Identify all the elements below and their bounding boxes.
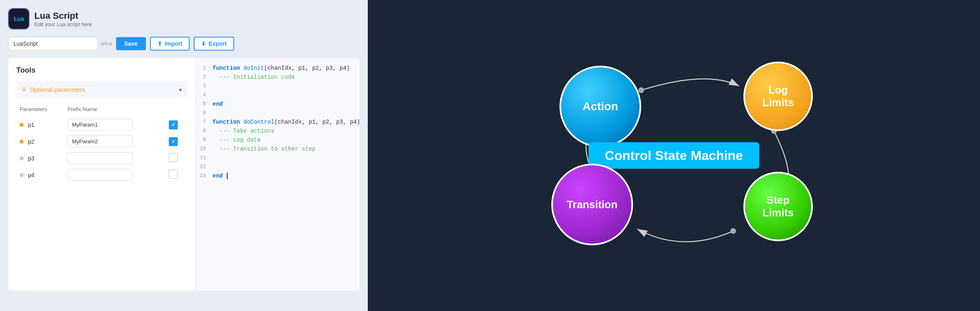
param-input-p4[interactable] bbox=[67, 169, 133, 181]
line-number-3: 3 bbox=[196, 83, 213, 89]
col-param-header: Parameters bbox=[16, 104, 64, 116]
optional-params-toggle[interactable]: ≡ Optional parameters ▾ bbox=[16, 81, 188, 98]
code-line-5: 5 end bbox=[196, 100, 360, 109]
line-number-1: 1 bbox=[196, 65, 213, 71]
line-number-13: 13 bbox=[196, 173, 213, 179]
param-checkbox-p1[interactable] bbox=[169, 120, 178, 129]
param-checkbox-cell-p1[interactable] bbox=[166, 116, 188, 133]
param-row-p1: p1 bbox=[16, 116, 188, 133]
code-line-7: 7 function doControl(chanIdx, p1, p2, p3… bbox=[196, 118, 360, 127]
param-input-cell-p2[interactable] bbox=[64, 133, 166, 150]
line-number-9: 9 bbox=[196, 137, 213, 143]
export-button[interactable]: ⬇ Export bbox=[194, 37, 234, 51]
tools-title: Tools bbox=[16, 66, 188, 75]
optional-params-text: Optional parameters bbox=[30, 86, 85, 93]
code-line-6: 6 bbox=[196, 109, 360, 118]
transition-node: Transition bbox=[551, 164, 633, 245]
code-line-2: 2 --- Initialiation code bbox=[196, 73, 360, 82]
app-subtitle: Edit your Lua script here bbox=[34, 21, 92, 27]
left-panel: Lua Lua Script Edit your Lua script here… bbox=[0, 0, 368, 311]
line-number-11: 11 bbox=[196, 155, 213, 161]
param-checkbox-cell-p4[interactable] bbox=[166, 167, 188, 183]
diagram-container: Action LogLimits Control State Machine T… bbox=[510, 53, 837, 258]
log-label: LogLimits bbox=[763, 84, 794, 109]
code-line-12: 12 bbox=[196, 163, 360, 172]
list-icon: ≡ bbox=[22, 85, 27, 94]
code-line-1: 1 function doInit(chanIdx, p1, p2, p3, p… bbox=[196, 64, 360, 73]
main-content: Tools ≡ Optional parameters ▾ Parameters… bbox=[8, 58, 360, 291]
param-checkbox-cell-p3[interactable] bbox=[166, 150, 188, 167]
param-input-p1[interactable] bbox=[67, 119, 133, 131]
code-editor[interactable]: 1 function doInit(chanIdx, p1, p2, p3, p… bbox=[196, 58, 360, 291]
logo-text: Lua bbox=[14, 16, 24, 22]
code-line-11: 11 bbox=[196, 154, 360, 163]
right-panel: Action LogLimits Control State Machine T… bbox=[368, 0, 980, 311]
param-row-p4: p4 bbox=[16, 167, 188, 183]
code-line-13: 13 end bbox=[196, 172, 360, 181]
code-line-8: 8 --- Take actions bbox=[196, 127, 360, 136]
optional-params-label: ≡ Optional parameters bbox=[22, 85, 85, 94]
code-line-3: 3 bbox=[196, 82, 360, 91]
param-input-p3[interactable] bbox=[67, 152, 133, 164]
param-id-p1: p1 bbox=[16, 116, 64, 133]
param-row-p3: p3 bbox=[16, 150, 188, 167]
import-button[interactable]: ⬆ Import bbox=[150, 37, 190, 51]
control-state-machine-label: Control State Machine bbox=[588, 142, 759, 169]
code-line-4: 4 bbox=[196, 91, 360, 100]
svg-point-4 bbox=[730, 228, 736, 234]
app-title: Lua Script bbox=[34, 11, 92, 21]
header-text: Lua Script Edit your Lua script here bbox=[34, 11, 92, 27]
param-checkbox-cell-p2[interactable] bbox=[166, 133, 188, 150]
line-number-8: 8 bbox=[196, 128, 213, 134]
save-button[interactable]: Save bbox=[116, 37, 146, 50]
step-node: StepLimits bbox=[743, 172, 813, 241]
line-number-2: 2 bbox=[196, 74, 213, 80]
svg-point-2 bbox=[638, 87, 644, 93]
line-number-12: 12 bbox=[196, 164, 213, 170]
action-label: Action bbox=[582, 100, 618, 113]
log-node: LogLimits bbox=[743, 62, 813, 131]
param-id-p2: p2 bbox=[16, 133, 64, 150]
export-label: Export bbox=[208, 40, 226, 47]
line-number-4: 4 bbox=[196, 92, 213, 98]
param-checkbox-p4[interactable] bbox=[169, 170, 178, 179]
col-prefix-header: Prefix-Name bbox=[64, 104, 166, 116]
code-line-10: 10 --- Transition to other step bbox=[196, 145, 360, 154]
line-number-6: 6 bbox=[196, 110, 213, 116]
param-input-p2[interactable] bbox=[67, 136, 133, 147]
param-id-p3: p3 bbox=[16, 150, 64, 167]
import-icon: ⬆ bbox=[157, 40, 162, 47]
line-number-10: 10 bbox=[196, 146, 213, 152]
code-line-9: 9 --- Log data bbox=[196, 136, 360, 145]
transition-label: Transition bbox=[567, 198, 618, 211]
param-row-p2: p2 bbox=[16, 133, 188, 150]
import-label: Import bbox=[165, 40, 183, 47]
param-checkbox-p3[interactable] bbox=[169, 153, 178, 162]
line-number-7: 7 bbox=[196, 119, 213, 125]
line-number-5: 5 bbox=[196, 101, 213, 107]
param-input-cell-p3[interactable] bbox=[64, 150, 166, 167]
filename-input[interactable] bbox=[8, 37, 98, 51]
params-table: Parameters Prefix-Name p1 p2 bbox=[16, 104, 188, 183]
export-icon: ⬇ bbox=[201, 40, 206, 47]
toolbar: .arlua Save ⬆ Import ⬇ Export bbox=[8, 37, 360, 51]
lua-logo: Lua bbox=[8, 8, 29, 29]
param-input-cell-p4[interactable] bbox=[64, 167, 166, 183]
chevron-down-icon: ▾ bbox=[179, 87, 182, 93]
app-header: Lua Lua Script Edit your Lua script here bbox=[8, 8, 360, 29]
param-checkbox-p2[interactable] bbox=[169, 137, 178, 146]
action-node: Action bbox=[559, 66, 641, 147]
file-extension: .arlua bbox=[100, 41, 112, 47]
param-input-cell-p1[interactable] bbox=[64, 116, 166, 133]
tools-panel: Tools ≡ Optional parameters ▾ Parameters… bbox=[8, 58, 196, 291]
param-id-p4: p4 bbox=[16, 167, 64, 183]
step-label: StepLimits bbox=[763, 194, 794, 219]
